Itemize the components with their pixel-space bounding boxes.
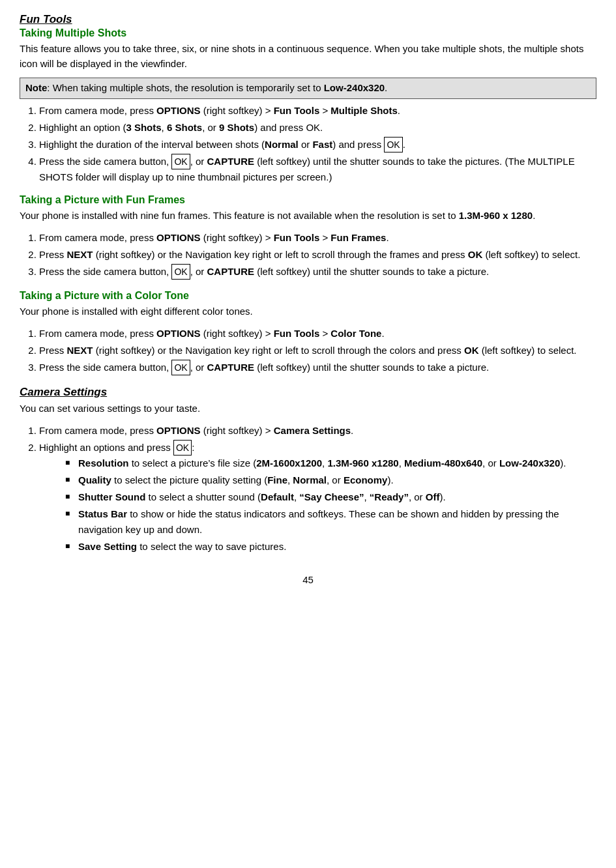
step-ff-3: Press the side camera button, OK, or CAP… bbox=[39, 264, 596, 280]
steps-color-tone: From camera mode, press OPTIONS (right s… bbox=[39, 326, 596, 375]
steps-fun-frames: From camera mode, press OPTIONS (right s… bbox=[39, 230, 596, 280]
section-title-multiple-shots: Taking Multiple Shots bbox=[20, 27, 596, 39]
section-intro-camera-settings: You can set various settings to your tas… bbox=[20, 401, 596, 416]
step-ff-1: From camera mode, press OPTIONS (right s… bbox=[39, 230, 596, 246]
note-box-multiple-shots: Note: When taking multiple shots, the re… bbox=[20, 78, 596, 99]
camera-settings-bullets: Resolution to select a picture’s file si… bbox=[65, 456, 596, 555]
section-title-camera-settings: Camera Settings bbox=[20, 386, 596, 399]
step-ms-3: Highlight the duration of the interval b… bbox=[39, 137, 596, 152]
main-title: Fun Tools bbox=[20, 13, 596, 26]
step-ct-1: From camera mode, press OPTIONS (right s… bbox=[39, 326, 596, 341]
step-ms-2: Highlight an option (3 Shots, 6 Shots, o… bbox=[39, 120, 596, 136]
bullet-quality: Quality to select the picture quality se… bbox=[65, 472, 596, 488]
step-ct-2: Press NEXT (right softkey) or the Naviga… bbox=[39, 343, 596, 358]
section-intro-multiple-shots: This feature allows you to take three, s… bbox=[20, 42, 596, 71]
bullet-save-setting: Save Setting to select the way to save p… bbox=[65, 539, 596, 555]
step-ms-1: From camera mode, press OPTIONS (right s… bbox=[39, 103, 596, 119]
section-fun-frames: Taking a Picture with Fun Frames Your ph… bbox=[20, 194, 596, 280]
steps-camera-settings: From camera mode, press OPTIONS (right s… bbox=[39, 423, 596, 555]
step-ms-4: Press the side camera button, OK, or CAP… bbox=[39, 154, 596, 185]
note-label: Note bbox=[25, 82, 47, 93]
step-cs-1: From camera mode, press OPTIONS (right s… bbox=[39, 423, 596, 439]
step-ct-3: Press the side camera button, OK, or CAP… bbox=[39, 360, 596, 375]
bullet-status-bar: Status Bar to show or hide the status in… bbox=[65, 506, 596, 538]
section-multiple-shots: Taking Multiple Shots This feature allow… bbox=[20, 27, 596, 185]
steps-multiple-shots: From camera mode, press OPTIONS (right s… bbox=[39, 103, 596, 186]
page-number: 45 bbox=[20, 574, 596, 585]
note-resolution: Low-240x320 bbox=[324, 82, 385, 93]
step-cs-2: Highlight an options and press OK: Resol… bbox=[39, 440, 596, 555]
page-container: Fun Tools Taking Multiple Shots This fea… bbox=[20, 13, 596, 585]
bullet-resolution: Resolution to select a picture’s file si… bbox=[65, 456, 596, 471]
section-intro-color-tone: Your phone is installed with eight diffe… bbox=[20, 304, 596, 319]
step-ff-2: Press NEXT (right softkey) or the Naviga… bbox=[39, 247, 596, 263]
bullet-shutter-sound: Shutter Sound to select a shutter sound … bbox=[65, 489, 596, 505]
section-camera-settings: Camera Settings You can set various sett… bbox=[20, 386, 596, 555]
section-intro-fun-frames: Your phone is installed with nine fun fr… bbox=[20, 209, 596, 224]
section-title-color-tone: Taking a Picture with a Color Tone bbox=[20, 290, 596, 302]
section-color-tone: Taking a Picture with a Color Tone Your … bbox=[20, 290, 596, 375]
section-title-fun-frames: Taking a Picture with Fun Frames bbox=[20, 194, 596, 206]
